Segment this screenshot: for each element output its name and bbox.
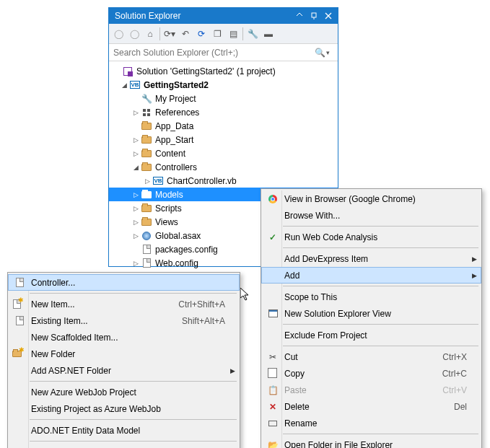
menu-new-scaffolded-item[interactable]: New Scaffolded Item...: [8, 329, 240, 346]
menu-class[interactable]: Class... Shift+Alt+C: [8, 444, 240, 448]
submenu-arrow-icon: ▶: [472, 255, 477, 263]
panel-title: Solution Explorer: [115, 11, 293, 21]
properties-icon[interactable]: 🔧: [246, 27, 259, 40]
folder-icon: [141, 134, 152, 146]
expander-icon[interactable]: ▷: [131, 232, 141, 240]
expander-icon[interactable]: ▷: [131, 136, 141, 144]
menu-new-azure-webjob[interactable]: New Azure WebJob Project: [8, 384, 240, 400]
expander-icon[interactable]: ▷: [142, 177, 152, 185]
auto-hide-icon[interactable]: [307, 9, 320, 22]
menu-separator: [283, 434, 478, 434]
class-icon: [11, 446, 28, 449]
paste-icon: 📋: [264, 384, 281, 397]
menu-existing-azure-webjob[interactable]: Existing Project as Azure WebJob: [8, 400, 240, 417]
app-start-node[interactable]: ▷ App_Start: [109, 133, 338, 146]
content-node[interactable]: ▷ Content: [109, 146, 338, 160]
check-icon: ✓: [264, 231, 281, 244]
delete-icon: ✕: [264, 400, 281, 413]
project-node[interactable]: ◢ VB GettingStarted2: [109, 78, 338, 92]
menu-separator: [283, 247, 478, 248]
search-options-icon[interactable]: ▾: [326, 49, 335, 56]
submenu-arrow-icon: ▶: [230, 367, 235, 374]
menu-exclude-from-project[interactable]: Exclude From Project: [261, 327, 481, 343]
menu-separator: [283, 324, 478, 325]
expander-icon[interactable]: ▷: [131, 191, 141, 198]
separator: [242, 27, 243, 40]
close-icon[interactable]: [322, 9, 335, 22]
menu-delete[interactable]: ✕ Delete Del: [261, 398, 481, 415]
config-file-icon: [141, 244, 152, 255]
folder-icon: [141, 148, 152, 159]
menu-adonet-entity-data-model[interactable]: ADO.NET Entity Data Model: [8, 422, 240, 439]
svg-rect-0: [312, 13, 316, 17]
expander-icon[interactable]: ▷: [131, 150, 141, 157]
menu-separator: [30, 441, 237, 442]
folder-icon: [141, 189, 152, 201]
menu-new-item[interactable]: New Item... Ctrl+Shift+A: [8, 296, 240, 312]
vb-project-icon: VB: [129, 79, 141, 91]
show-all-files-icon[interactable]: ▤: [227, 27, 240, 40]
collapse-all-icon[interactable]: ❐: [211, 27, 224, 40]
menu-separator: [30, 419, 237, 420]
pending-changes-icon[interactable]: ↶: [179, 27, 192, 40]
expander-icon[interactable]: ▷: [131, 109, 141, 116]
mouse-cursor-icon: [240, 288, 252, 302]
menu-copy[interactable]: Copy Ctrl+C: [261, 365, 481, 382]
controller-icon: [11, 276, 28, 289]
my-project-node[interactable]: ▶ 🔧 My Project: [109, 92, 338, 105]
menu-run-web-code-analysis[interactable]: ✓ Run Web Code Analysis: [261, 229, 481, 245]
references-icon: [141, 107, 152, 118]
submenu-arrow-icon: ▶: [472, 272, 477, 279]
menu-open-folder-in-explorer[interactable]: 📂 Open Folder in File Explorer: [261, 436, 481, 448]
expander-icon[interactable]: ◢: [119, 82, 129, 89]
expander-icon[interactable]: ▷: [131, 260, 141, 267]
home-icon[interactable]: ⌂: [144, 27, 157, 40]
sync-icon[interactable]: ⟳▾: [163, 27, 176, 40]
wrench-icon: 🔧: [141, 93, 152, 105]
window-position-icon[interactable]: [293, 9, 306, 22]
add-submenu: Controller... New Item... Ctrl+Shift+A E…: [7, 272, 240, 448]
vb-file-icon: VB: [152, 175, 164, 187]
toolbar: ◯ ◯ ⌂ ⟳▾ ↶ ⟳ ❐ ▤ 🔧 ▬: [109, 24, 338, 44]
menu-cut[interactable]: ✂ Cut Ctrl+X: [261, 348, 481, 365]
search-input[interactable]: [112, 45, 313, 60]
app-data-node[interactable]: ▶ App_Data: [109, 119, 338, 133]
expander-icon[interactable]: ◢: [131, 164, 141, 171]
menu-separator: [30, 293, 237, 294]
chart-controller-node[interactable]: ▷ VB ChartController.vb: [109, 174, 338, 188]
menu-scope-to-this[interactable]: Scope to This: [261, 289, 481, 305]
context-menu: View in Browser (Google Chrome) Browse W…: [261, 188, 482, 448]
expander-icon[interactable]: ▷: [131, 205, 141, 212]
open-folder-icon: 📂: [264, 439, 281, 449]
titlebar[interactable]: Solution Explorer: [109, 8, 338, 24]
references-node[interactable]: ▷ References: [109, 105, 338, 119]
config-file-icon: [141, 258, 152, 269]
window-icon: [264, 307, 281, 320]
menu-add-devexpress-item[interactable]: Add DevExpress Item ▶: [261, 250, 481, 267]
menu-browse-with[interactable]: Browse With...: [261, 207, 481, 224]
back-icon[interactable]: ◯: [112, 27, 125, 40]
menu-existing-item[interactable]: Existing Item... Shift+Alt+A: [8, 312, 240, 329]
search-box[interactable]: 🔍 ▾: [109, 44, 338, 61]
menu-separator: [283, 346, 478, 346]
menu-new-solution-explorer-view[interactable]: New Solution Explorer View: [261, 305, 481, 322]
expander-icon[interactable]: ▷: [131, 219, 141, 226]
rename-icon: [264, 417, 281, 430]
menu-view-in-browser[interactable]: View in Browser (Google Chrome): [261, 190, 481, 207]
existing-item-icon: [11, 315, 28, 328]
menu-controller[interactable]: Controller...: [8, 274, 240, 291]
forward-icon[interactable]: ◯: [128, 27, 141, 40]
menu-add-aspnet-folder[interactable]: Add ASP.NET Folder ▶: [8, 362, 240, 379]
menu-add[interactable]: Add ▶: [261, 267, 481, 284]
menu-rename[interactable]: Rename: [261, 415, 481, 431]
solution-icon: [122, 66, 134, 77]
separator: [159, 27, 160, 40]
new-item-icon: [11, 298, 28, 311]
preview-icon[interactable]: ▬: [262, 27, 275, 40]
solution-node[interactable]: ▶ Solution 'GettingStarted2' (1 project): [109, 64, 338, 78]
copy-icon: [264, 367, 281, 380]
refresh-icon[interactable]: ⟳: [195, 27, 208, 40]
menu-new-folder[interactable]: New Folder: [8, 346, 240, 362]
search-icon[interactable]: 🔍: [313, 48, 326, 58]
controllers-node[interactable]: ◢ Controllers: [109, 160, 338, 174]
